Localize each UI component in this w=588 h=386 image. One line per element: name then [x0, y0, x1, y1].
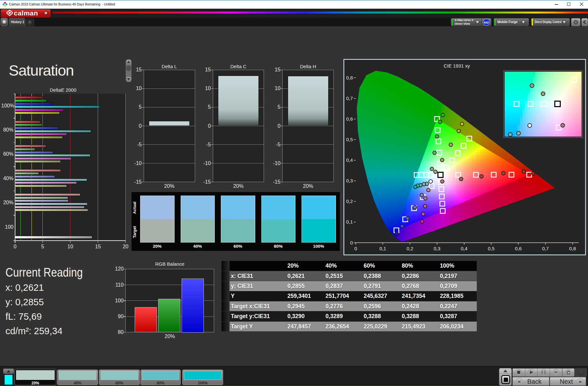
svg-text:0,2: 0,2	[346, 198, 353, 204]
svg-text:0,2: 0,2	[407, 246, 413, 251]
svg-text:0,4: 0,4	[461, 246, 467, 251]
svg-text:0: 0	[350, 240, 353, 245]
svg-text:0,6: 0,6	[346, 116, 353, 122]
svg-text:0,4: 0,4	[346, 157, 353, 163]
svg-text:0,3: 0,3	[434, 246, 440, 251]
svg-text:0,5: 0,5	[346, 137, 353, 142]
svg-text:0,7: 0,7	[542, 246, 549, 251]
svg-text:0: 0	[354, 246, 357, 251]
svg-text:0,5: 0,5	[488, 246, 495, 251]
svg-text:0,8: 0,8	[569, 246, 576, 251]
svg-text:0,3: 0,3	[346, 178, 353, 183]
svg-text:0,6: 0,6	[515, 246, 522, 251]
svg-text:0,7: 0,7	[346, 96, 353, 101]
svg-text:0,1: 0,1	[379, 246, 386, 251]
svg-text:0,8: 0,8	[346, 75, 353, 80]
svg-text:0,1: 0,1	[346, 219, 353, 225]
